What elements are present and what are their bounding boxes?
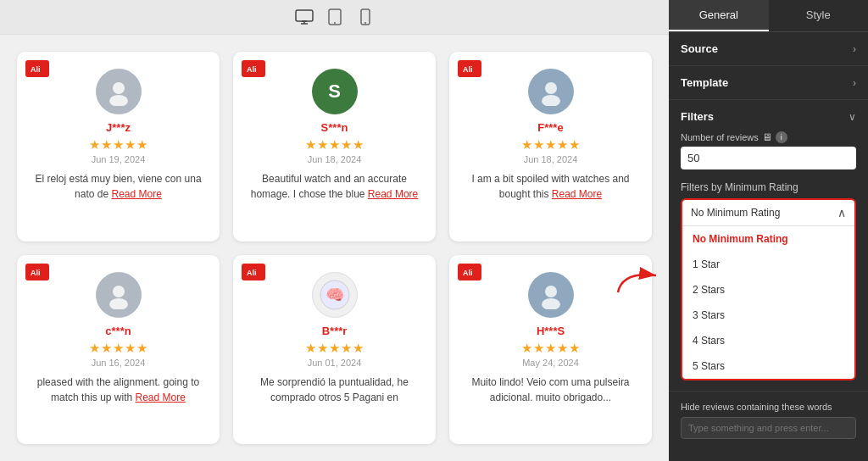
- number-of-reviews-label: Number of reviews 🖥 i: [681, 131, 856, 143]
- read-more-link[interactable]: Read More: [136, 392, 186, 403]
- reviewer-name: F***e: [537, 121, 563, 134]
- aliexpress-logo: Ali: [25, 60, 49, 77]
- star-rating: ★★★★★: [89, 341, 148, 356]
- avatar: [96, 69, 142, 114]
- dropdown-option-1star[interactable]: 1 Star: [682, 252, 854, 277]
- source-section[interactable]: Source ›: [669, 32, 868, 66]
- svg-point-10: [109, 95, 128, 106]
- svg-text:Ali: Ali: [463, 65, 473, 74]
- template-section[interactable]: Template ›: [669, 66, 868, 100]
- monitor-icon: 🖥: [762, 131, 772, 143]
- hide-reviews-section: Hide reviews containing these words: [669, 392, 868, 449]
- dropdown-option-3stars[interactable]: 3 Stars: [682, 303, 854, 328]
- dropdown-arrow-icon: ∧: [837, 206, 846, 219]
- read-more-link[interactable]: Read More: [368, 188, 418, 200]
- svg-point-14: [542, 95, 560, 106]
- dropdown-options: No Minimum Rating 1 Star 2 Stars 3 Stars…: [682, 225, 854, 379]
- number-of-reviews-input[interactable]: [681, 147, 856, 169]
- tablet-icon[interactable]: [325, 7, 345, 27]
- aliexpress-logo: Ali: [458, 60, 481, 77]
- review-text: Me sorprendió la puntualidad, he comprad…: [247, 375, 422, 405]
- reviewer-name: H***S: [537, 325, 565, 337]
- filters-header: Filters ∨: [681, 110, 856, 123]
- sidebar: General Style Source › Template › Filter…: [669, 0, 868, 461]
- device-toolbar: [0, 0, 669, 35]
- dropdown-option-5stars[interactable]: 5 Stars: [682, 353, 854, 379]
- review-date: Jun 18, 2024: [308, 154, 362, 164]
- filters-section: Filters ∨ Number of reviews 🖥 i Filters …: [669, 100, 868, 392]
- hide-reviews-input[interactable]: [681, 417, 856, 439]
- review-date: Jun 01, 2024: [308, 358, 362, 368]
- aliexpress-logo: Ali: [25, 264, 49, 280]
- reviewer-name: S***n: [321, 121, 348, 134]
- review-card: Ali F***e ★★★★★ Jun 18, 2024 I am a bit …: [449, 52, 652, 242]
- svg-text:Ali: Ali: [247, 65, 257, 74]
- mobile-icon[interactable]: [355, 7, 376, 27]
- avatar: S: [312, 69, 358, 114]
- filters-title: Filters: [681, 110, 714, 123]
- chevron-right-icon: ›: [853, 43, 856, 55]
- dropdown-option-4stars[interactable]: 4 Stars: [682, 328, 854, 353]
- star-rating: ★★★★★: [305, 341, 364, 356]
- desktop-icon[interactable]: [294, 7, 314, 27]
- aliexpress-logo: Ali: [242, 264, 265, 280]
- review-text: I am a bit spoiled with watches and boug…: [463, 171, 638, 202]
- avatar: 🧠: [312, 272, 358, 318]
- svg-point-13: [545, 82, 557, 94]
- review-date: Jun 19, 2024: [92, 154, 146, 164]
- reviews-grid: Ali J***z ★★★★★ Jun 19, 2024 El reloj es…: [0, 35, 669, 461]
- review-date: Jun 16, 2024: [92, 358, 146, 368]
- dropdown-option-2stars[interactable]: 2 Stars: [682, 277, 854, 303]
- star-rating: ★★★★★: [521, 341, 581, 356]
- reviewer-name: J***z: [106, 121, 131, 134]
- reviewer-name: B***r: [322, 325, 348, 337]
- avatar-letter: S: [328, 81, 341, 103]
- svg-point-17: [109, 298, 128, 309]
- avatar: [528, 69, 574, 114]
- dropdown-option-no-minimum[interactable]: No Minimum Rating: [682, 226, 854, 252]
- min-rating-dropdown[interactable]: No Minimum Rating ∧ No Minimum Rating 1 …: [681, 198, 856, 380]
- svg-text:Ali: Ali: [463, 269, 473, 277]
- info-icon[interactable]: i: [776, 131, 787, 143]
- star-rating: ★★★★★: [521, 137, 581, 153]
- tab-general[interactable]: General: [669, 0, 769, 31]
- read-more-link[interactable]: Read More: [552, 188, 602, 200]
- review-card: Ali H***S ★★★★★ May 24, 2024 Muito lindo…: [449, 255, 652, 445]
- reviewer-name: c***n: [105, 325, 131, 337]
- star-rating: ★★★★★: [89, 137, 148, 153]
- svg-point-9: [113, 82, 125, 94]
- source-title: Source: [681, 42, 718, 55]
- review-card: Ali 🧠 B***r ★★★★★ Jun 01, 2024 Me sorpre…: [233, 255, 436, 445]
- svg-point-16: [113, 286, 125, 297]
- min-rating-label: Filters by Minimum Rating: [681, 181, 856, 193]
- read-more-link[interactable]: Read More: [112, 188, 162, 200]
- review-date: May 24, 2024: [522, 358, 579, 368]
- template-title: Template: [681, 76, 728, 89]
- aliexpress-logo: Ali: [242, 60, 265, 77]
- review-card: Ali J***z ★★★★★ Jun 19, 2024 El reloj es…: [17, 52, 220, 242]
- main-content: Ali J***z ★★★★★ Jun 19, 2024 El reloj es…: [0, 0, 669, 461]
- svg-text:Ali: Ali: [31, 65, 41, 74]
- svg-point-22: [545, 286, 557, 297]
- review-text: Muito lindo! Veio com uma pulseira adici…: [463, 375, 638, 405]
- review-text: Beautiful watch and an accurate homage. …: [247, 171, 422, 202]
- avatar: [528, 272, 574, 318]
- dropdown-selected-value[interactable]: No Minimum Rating ∧: [682, 200, 854, 225]
- min-rating-section: Filters by Minimum Rating No Minimum Rat…: [681, 181, 856, 380]
- review-date: Jun 18, 2024: [524, 154, 578, 164]
- chevron-right-icon: ›: [853, 77, 856, 89]
- avatar: [96, 272, 142, 318]
- svg-text:🧠: 🧠: [326, 286, 345, 304]
- review-text: pleased with the alignment. going to mat…: [31, 375, 206, 405]
- svg-point-7: [364, 22, 366, 24]
- svg-rect-0: [296, 10, 313, 21]
- svg-point-23: [542, 298, 560, 309]
- tab-style[interactable]: Style: [769, 0, 869, 31]
- chevron-down-icon[interactable]: ∨: [849, 111, 856, 123]
- svg-text:Ali: Ali: [31, 269, 41, 277]
- aliexpress-logo: Ali: [458, 264, 481, 280]
- review-text: El reloj está muy bien, viene con una na…: [31, 171, 206, 202]
- hide-reviews-label: Hide reviews containing these words: [681, 402, 856, 412]
- review-card: Ali c***n ★★★★★ Jun 16, 2024 pleased wit…: [17, 255, 220, 445]
- star-rating: ★★★★★: [305, 137, 364, 153]
